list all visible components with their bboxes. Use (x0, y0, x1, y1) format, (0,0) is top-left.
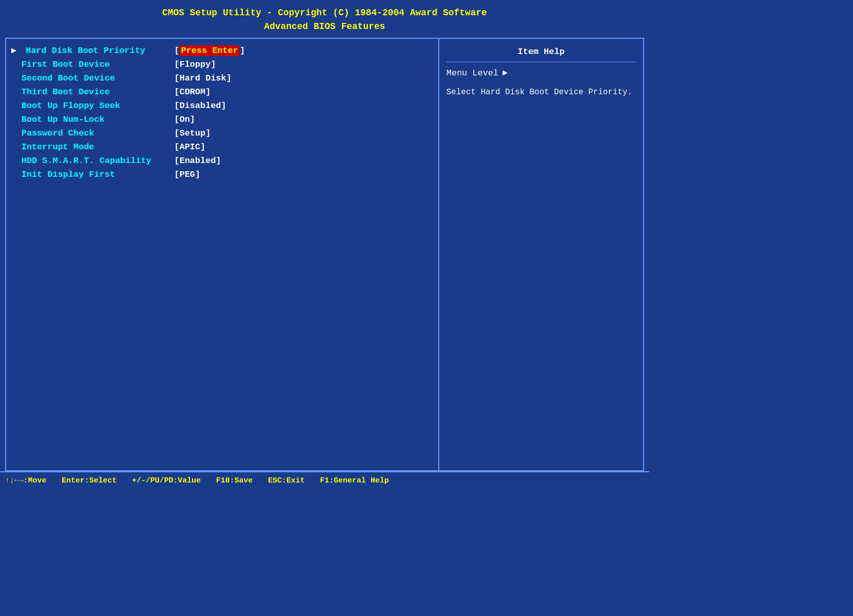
menu-row[interactable]: Boot Up Floppy Seek[Disabled] (6, 99, 438, 113)
menu-label: Boot Up Floppy Seek (11, 101, 174, 111)
menu-row[interactable]: Password Check[Setup] (6, 126, 438, 140)
menu-label: Third Boot Device (11, 87, 174, 97)
menu-value: [Disabled] (174, 101, 226, 111)
menu-label: First Boot Device (11, 60, 174, 69)
menu-label: HDD S.M.A.R.T. Capability (11, 156, 174, 166)
menu-level-label: Menu Level (446, 68, 498, 78)
title-line1: CMOS Setup Utility - Copyright (C) 1984-… (0, 6, 649, 20)
menu-row[interactable]: Second Boot Device[Hard Disk] (6, 71, 438, 85)
bios-screen: CMOS Setup Utility - Copyright (C) 1984-… (0, 0, 649, 489)
menu-row[interactable]: Boot Up Num-Lock[On] (6, 113, 438, 126)
menu-row[interactable]: First Boot Device[Floppy] (6, 58, 438, 71)
right-panel: Item Help Menu Level ► Select Hard Disk … (439, 39, 643, 470)
status-item: ESC:Exit (268, 476, 305, 485)
menu-row[interactable]: Interrupt Mode[APIC] (6, 140, 438, 154)
menu-value: [Floppy] (174, 60, 216, 69)
menu-value: [Hard Disk] (174, 73, 231, 83)
menu-value: [CDROM] (174, 87, 210, 97)
help-description: Select Hard Disk Boot Device Priority. (446, 86, 636, 99)
title-bar: CMOS Setup Utility - Copyright (C) 1984-… (0, 0, 649, 38)
status-item: F10:Save (216, 476, 253, 485)
menu-value: [Enabled] (174, 156, 221, 166)
status-item: Enter:Select (62, 476, 117, 485)
menu-label: Interrupt Mode (11, 142, 174, 152)
menu-value: [Press Enter] (174, 46, 245, 56)
menu-label: ▶ Hard Disk Boot Priority (11, 45, 174, 56)
menu-arrow-icon: ▶ (11, 46, 21, 56)
menu-value: [Setup] (174, 128, 210, 138)
menu-value: [On] (174, 115, 195, 124)
status-bar: ↑↓←→:MoveEnter:Select+/-/PU/PD:ValueF10:… (0, 471, 649, 489)
title-line2: Advanced BIOS Features (0, 20, 649, 34)
menu-row[interactable]: ▶ Hard Disk Boot Priority[Press Enter] (6, 43, 438, 58)
menu-level-arrow: ► (502, 68, 508, 78)
press-enter-badge: Press Enter (179, 45, 239, 56)
item-help-title: Item Help (446, 44, 636, 62)
menu-label: Password Check (11, 128, 174, 138)
menu-label: Boot Up Num-Lock (11, 115, 174, 124)
status-item: ↑↓←→:Move (5, 476, 46, 485)
left-panel: ▶ Hard Disk Boot Priority[Press Enter]Fi… (6, 39, 439, 470)
status-item: +/-/PU/PD:Value (132, 476, 201, 485)
menu-value: [APIC] (174, 142, 205, 152)
status-item: F1:General Help (320, 476, 389, 485)
menu-value: [PEG] (174, 170, 200, 179)
main-content: ▶ Hard Disk Boot Priority[Press Enter]Fi… (5, 38, 644, 471)
menu-label: Second Boot Device (11, 73, 174, 83)
menu-level-row: Menu Level ► (446, 68, 636, 78)
menu-row[interactable]: HDD S.M.A.R.T. Capability[Enabled] (6, 154, 438, 168)
menu-row[interactable]: Init Display First[PEG] (6, 168, 438, 181)
menu-label: Init Display First (11, 170, 174, 179)
menu-row[interactable]: Third Boot Device[CDROM] (6, 85, 438, 99)
